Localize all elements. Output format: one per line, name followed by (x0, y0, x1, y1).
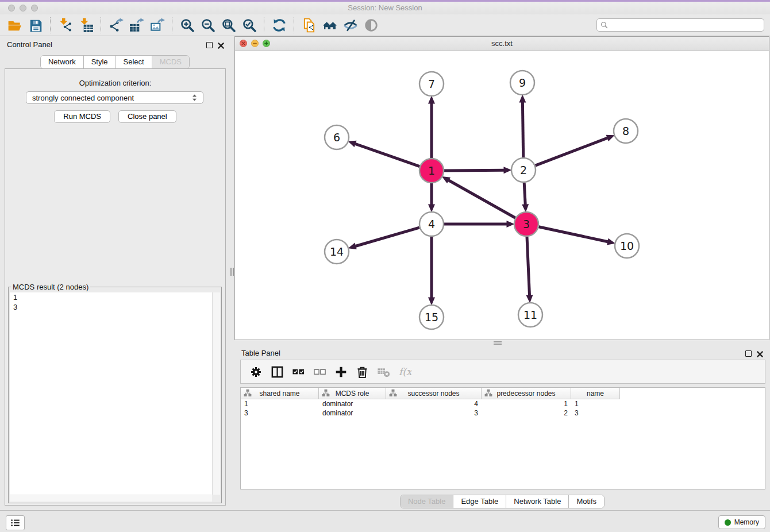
table-tab-motifs[interactable]: Motifs (568, 495, 604, 508)
table-tab-network-table[interactable]: Network Table (506, 495, 568, 508)
graph-edge-1-6[interactable] (355, 144, 419, 166)
table-tab-edge-table[interactable]: Edge Table (453, 495, 506, 508)
control-tab-mcds[interactable]: MCDS (152, 56, 189, 68)
search-box[interactable] (596, 18, 764, 32)
graph-node-8[interactable]: 8 (614, 119, 638, 143)
table-tab-node-table[interactable]: Node Table (401, 495, 453, 508)
control-tab-network[interactable]: Network (41, 56, 83, 68)
graph-node-6[interactable]: 6 (325, 125, 349, 149)
save-session-button[interactable] (25, 16, 46, 34)
table-row[interactable]: 1dominator411 (241, 399, 765, 408)
column-header-successor-nodes[interactable]: successor nodes (386, 388, 482, 399)
mcds-result-line: 3 (10, 302, 212, 312)
optimization-criterion-select[interactable]: strongly connected component (26, 91, 203, 104)
export-table-button[interactable] (126, 16, 147, 34)
graph-edge-3-10[interactable] (539, 227, 608, 242)
table-cell[interactable]: 2 (482, 409, 571, 417)
add-column-button[interactable] (330, 363, 352, 381)
toolbar-separator (294, 17, 295, 33)
column-header-predecessor-nodes[interactable]: predecessor nodes (482, 388, 571, 399)
function-builder-icon: f(x) (398, 365, 411, 379)
table-cell[interactable]: 1 (241, 400, 319, 408)
column-header-shared-name[interactable]: shared name (241, 388, 319, 399)
memory-status-dot (725, 519, 731, 526)
column-header-MCDS-role[interactable]: MCDS role (319, 388, 386, 399)
save-session-icon (28, 18, 43, 33)
table-cell[interactable]: 1 (482, 400, 571, 408)
table-cell[interactable]: 4 (386, 400, 482, 408)
graph-edge-3-1[interactable] (449, 180, 515, 218)
graph-node-1[interactable]: 1 (419, 159, 444, 183)
graph-node-9[interactable]: 9 (510, 71, 534, 95)
show-graphics-details-button[interactable] (340, 16, 361, 34)
import-network-button[interactable] (55, 16, 76, 34)
task-history-button[interactable] (6, 515, 25, 530)
close-table-panel-icon[interactable] (757, 351, 763, 357)
table-cell[interactable]: 3 (571, 409, 620, 417)
mcds-panel: Optimization criterion: strongly connect… (5, 68, 226, 506)
zoom-fit-content-button[interactable] (218, 16, 239, 34)
show-graphics-details-icon (343, 18, 358, 33)
svg-text:8: 8 (622, 125, 629, 137)
close-panel-icon[interactable] (218, 43, 224, 49)
graph-node-14[interactable]: 14 (325, 240, 349, 264)
run-mcds-button[interactable]: Run MCDS (54, 110, 110, 123)
graph-edge-3-11[interactable] (527, 237, 530, 295)
graph-edge-4-14[interactable] (356, 228, 419, 246)
search-input[interactable] (610, 21, 760, 30)
graph-edge-1-2[interactable] (444, 170, 504, 171)
graph-edge-2-8[interactable] (536, 138, 608, 165)
result-vertical-scrollbar[interactable] (212, 292, 220, 495)
deselect-all-columns-icon (313, 365, 326, 379)
search-icon (600, 21, 608, 29)
first-neighbors-button[interactable] (319, 16, 340, 34)
control-tab-style[interactable]: Style (83, 56, 116, 68)
network-graph-canvas[interactable]: 7968124314101511 (235, 51, 769, 340)
vertical-splitter-handle[interactable] (230, 268, 234, 276)
graph-edge-2-9[interactable] (522, 102, 523, 157)
mcds-result-text[interactable]: 13 (10, 292, 212, 495)
graph-node-3[interactable]: 3 (514, 212, 538, 236)
graph-node-4[interactable]: 4 (419, 212, 444, 236)
float-table-panel-button[interactable] (745, 349, 752, 359)
settings-button[interactable] (245, 363, 267, 381)
split-view-button[interactable] (267, 363, 288, 381)
refresh-view-button[interactable] (269, 16, 290, 34)
delete-column-button[interactable] (352, 363, 373, 381)
control-tab-select[interactable]: Select (116, 56, 152, 68)
table-cell[interactable]: 3 (386, 409, 482, 417)
table-cell[interactable]: dominator (319, 409, 386, 417)
open-session-button[interactable] (5, 16, 25, 34)
export-image-button[interactable] (147, 16, 168, 34)
network-window-titlebar[interactable]: scc.txt (235, 37, 769, 51)
graph-node-2[interactable]: 2 (511, 158, 536, 182)
graph-edge-2-3[interactable] (524, 183, 525, 205)
window-title: Session: New Session (0, 3, 770, 12)
table-cell[interactable]: 3 (241, 409, 319, 417)
graph-node-11[interactable]: 11 (518, 303, 542, 327)
graph-node-7[interactable]: 7 (419, 72, 444, 96)
svg-text:6: 6 (333, 131, 340, 144)
zoom-out-button[interactable] (198, 16, 218, 34)
table-row[interactable]: 3dominator323 (241, 408, 765, 418)
result-horizontal-scrollbar[interactable] (10, 495, 212, 502)
zoom-in-button[interactable] (177, 16, 198, 34)
import-table-button[interactable] (76, 16, 97, 34)
clone-network-button[interactable] (299, 16, 319, 34)
export-network-button[interactable] (106, 16, 126, 34)
select-chevrons-icon (192, 94, 197, 102)
memory-button[interactable]: Memory (718, 515, 765, 529)
graph-node-10[interactable]: 10 (615, 234, 639, 258)
float-panel-button[interactable] (206, 40, 213, 51)
window-titlebar: Session: New Session (0, 2, 770, 14)
table-cell[interactable]: 1 (571, 400, 620, 408)
table-cell[interactable]: dominator (319, 400, 386, 408)
zoom-selected-button[interactable] (239, 16, 260, 34)
toolbar-separator (264, 17, 265, 33)
select-all-columns-button[interactable] (288, 363, 309, 381)
column-header-name[interactable]: name (571, 388, 620, 399)
deselect-all-columns-button[interactable] (309, 363, 330, 381)
close-panel-button[interactable]: Close panel (118, 110, 176, 123)
import-table-icon (79, 18, 94, 33)
graph-node-15[interactable]: 15 (419, 305, 444, 329)
